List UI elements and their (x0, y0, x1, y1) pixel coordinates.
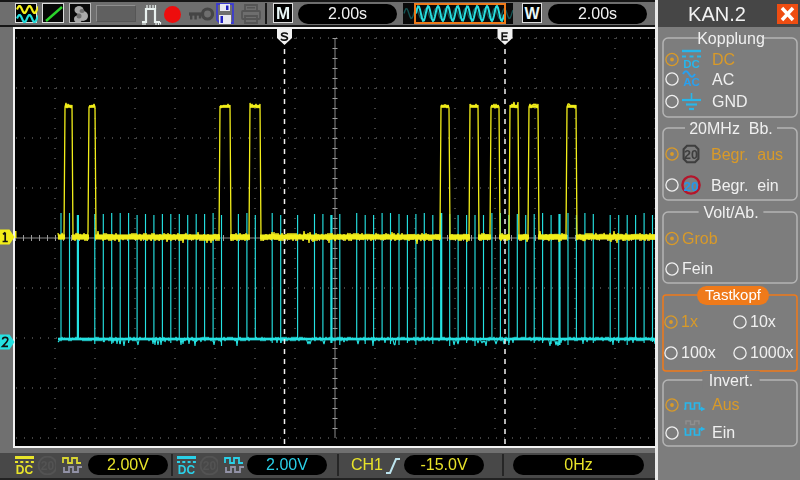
svg-text:20MHz Bb.: 20MHz Bb. (689, 120, 773, 137)
svg-text:AC: AC (712, 71, 734, 88)
svg-text:Invert.: Invert. (709, 372, 753, 389)
svg-text:DC: DC (683, 58, 700, 70)
svg-text:1000x: 1000x (750, 344, 794, 361)
svg-text:AC: AC (683, 76, 700, 88)
svg-text:1x: 1x (681, 313, 698, 330)
svg-text:GND: GND (712, 93, 748, 110)
svg-text:Ein: Ein (712, 424, 735, 441)
svg-text:DC: DC (16, 463, 34, 475)
svg-text:100x: 100x (681, 344, 716, 361)
svg-text:20: 20 (41, 459, 55, 473)
svg-text:20: 20 (203, 459, 217, 473)
svg-text:20: 20 (683, 179, 698, 194)
svg-text:Tastkopf: Tastkopf (705, 286, 762, 303)
svg-text:Begr. ein: Begr. ein (711, 177, 779, 194)
svg-text:Volt/Ab.: Volt/Ab. (703, 204, 758, 221)
svg-text:Kopplung: Kopplung (697, 30, 765, 47)
svg-text:Begr. aus: Begr. aus (711, 146, 783, 163)
svg-text:20: 20 (684, 148, 698, 162)
svg-text:Fein: Fein (682, 260, 713, 277)
svg-text:10x: 10x (750, 313, 776, 330)
svg-text:DC: DC (712, 51, 735, 68)
svg-text:Grob: Grob (682, 230, 718, 247)
svg-text:DC: DC (178, 463, 196, 475)
svg-text:Aus: Aus (712, 396, 740, 413)
